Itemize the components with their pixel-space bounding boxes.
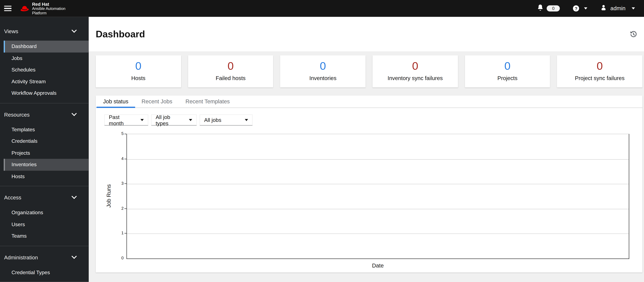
y-tick-mark <box>124 183 126 184</box>
nav-section-label: Administration <box>4 254 38 261</box>
tab-job-status[interactable]: Job status <box>96 96 135 108</box>
sidebar-item-users[interactable]: Users <box>4 219 89 230</box>
chevron-down-icon <box>584 7 588 9</box>
nav-section-administration: Administration Credential Types Notifica… <box>0 246 89 282</box>
chart-plot-area <box>126 134 629 259</box>
nav-section-label: Views <box>4 28 18 35</box>
card-label: Inventory sync failures <box>372 75 458 81</box>
period-select-value: Past month <box>109 114 136 126</box>
sidebar-item-activity-stream[interactable]: Activity Stream <box>4 76 89 87</box>
masthead-actions: 0 ? admin <box>537 4 635 13</box>
card-count: 0 <box>280 60 366 72</box>
period-select[interactable]: Past month <box>104 114 148 126</box>
notifications-button[interactable]: 0 <box>537 4 560 13</box>
chevron-down-icon <box>245 119 248 121</box>
sidebar-item-workflow-approvals[interactable]: Workflow Approvals <box>4 87 89 99</box>
y-tick-label: 3 <box>96 181 124 186</box>
nav-section-resources-toggle[interactable]: Resources <box>0 111 89 118</box>
chevron-down-icon <box>72 111 77 116</box>
nav-section-views: Views Dashboard Jobs Schedules Activity … <box>0 17 89 103</box>
sidebar-item-projects[interactable]: Projects <box>4 147 89 159</box>
summary-cards-row: 0 Hosts 0 Failed hosts 0 Inventories 0 I… <box>96 55 642 87</box>
dashboard-content: 0 Hosts 0 Failed hosts 0 Inventories 0 I… <box>89 51 644 273</box>
y-tick-label: 4 <box>96 156 124 162</box>
y-tick-label: 1 <box>96 230 124 236</box>
y-tick-label: 2 <box>96 205 124 211</box>
brand-text: Red Hat Ansible Automation Platform <box>32 1 66 15</box>
brand-logo: Red Hat Ansible Automation Platform <box>20 1 65 15</box>
card-label: Projects <box>465 75 550 81</box>
nav-section-access: Access Organizations Users Teams <box>0 186 89 246</box>
question-circle-icon: ? <box>573 5 579 11</box>
sidebar-item-jobs[interactable]: Jobs <box>4 52 89 64</box>
card-failed-hosts[interactable]: 0 Failed hosts <box>188 55 273 87</box>
chevron-down-icon <box>632 7 635 9</box>
product-name-line2: Platform <box>32 11 66 15</box>
y-tick-label: 0 <box>96 255 124 261</box>
tab-recent-templates[interactable]: Recent Templates <box>179 96 236 108</box>
gridline <box>127 209 629 209</box>
job-status-panel: Job status Recent Jobs Recent Templates … <box>96 96 642 273</box>
sidebar-item-dashboard[interactable]: Dashboard <box>4 41 89 52</box>
sidebar-item-inventories[interactable]: Inventories <box>4 159 89 171</box>
nav-section-views-toggle[interactable]: Views <box>0 27 89 35</box>
bell-icon <box>537 4 544 13</box>
page-header: Dashboard <box>89 17 644 51</box>
y-tick-mark <box>124 134 126 134</box>
card-count: 0 <box>188 60 273 72</box>
sidebar-item-teams[interactable]: Teams <box>4 230 89 242</box>
card-count: 0 <box>557 60 642 72</box>
y-tick-label: 5 <box>96 131 124 137</box>
gridline <box>127 234 629 234</box>
chevron-down-icon <box>72 27 77 33</box>
nav-section-administration-toggle[interactable]: Administration <box>0 254 89 261</box>
card-label: Failed hosts <box>188 75 273 81</box>
sidebar-item-credentials[interactable]: Credentials <box>4 135 89 147</box>
y-tick-mark <box>124 233 126 234</box>
refresh-history-button[interactable] <box>630 31 637 38</box>
username-label: admin <box>610 5 626 11</box>
sidebar-item-organizations[interactable]: Organizations <box>4 207 89 219</box>
card-project-sync-failures[interactable]: 0 Project sync failures <box>557 55 642 87</box>
card-inventories[interactable]: 0 Inventories <box>280 55 366 87</box>
card-inventory-sync-failures[interactable]: 0 Inventory sync failures <box>372 55 458 87</box>
notifications-count-badge: 0 <box>547 5 560 11</box>
y-tick-mark <box>124 208 126 209</box>
job-filter-select[interactable]: All jobs <box>200 114 252 126</box>
user-icon <box>600 4 607 12</box>
sidebar-item-templates[interactable]: Templates <box>4 124 89 135</box>
card-label: Project sync failures <box>557 75 642 81</box>
brand-name: Red Hat <box>32 1 66 6</box>
sidebar-item-credential-types[interactable]: Credential Types <box>4 267 89 278</box>
nav-section-label: Access <box>4 194 22 201</box>
tab-recent-jobs[interactable]: Recent Jobs <box>135 96 179 108</box>
chevron-down-icon <box>72 254 77 259</box>
nav-section-label: Resources <box>4 111 30 118</box>
help-menu-button[interactable]: ? <box>573 5 587 11</box>
page-title: Dashboard <box>96 28 145 39</box>
nav-toggle-button[interactable] <box>4 5 12 11</box>
masthead: Red Hat Ansible Automation Platform 0 ? <box>0 0 644 17</box>
history-icon <box>630 33 637 39</box>
card-projects[interactable]: 0 Projects <box>465 55 550 87</box>
y-axis-label: Job Runs <box>106 171 112 221</box>
user-menu-button[interactable]: admin <box>600 4 635 12</box>
product-name-line1: Ansible Automation <box>32 6 66 11</box>
card-hosts[interactable]: 0 Hosts <box>96 55 181 87</box>
sidebar-item-hosts[interactable]: Hosts <box>4 171 89 182</box>
chevron-down-icon <box>189 119 192 121</box>
card-label: Hosts <box>96 75 181 81</box>
gridline <box>127 159 629 160</box>
gridline <box>127 184 629 184</box>
card-label: Inventories <box>280 75 366 81</box>
job-filter-select-value: All jobs <box>204 117 222 123</box>
card-count: 0 <box>372 60 458 72</box>
card-count: 0 <box>96 60 181 72</box>
sidebar-item-notifications[interactable]: Notifications <box>4 278 89 282</box>
nav-section-access-toggle[interactable]: Access <box>0 194 89 201</box>
nav-section-resources: Resources Templates Credentials Projects… <box>0 103 89 186</box>
job-type-select[interactable]: All job types <box>151 114 197 126</box>
sidebar-item-schedules[interactable]: Schedules <box>4 64 89 76</box>
job-type-select-value: All job types <box>156 114 184 126</box>
job-runs-chart: Job Runs 5 4 3 2 1 0 <box>96 130 642 273</box>
